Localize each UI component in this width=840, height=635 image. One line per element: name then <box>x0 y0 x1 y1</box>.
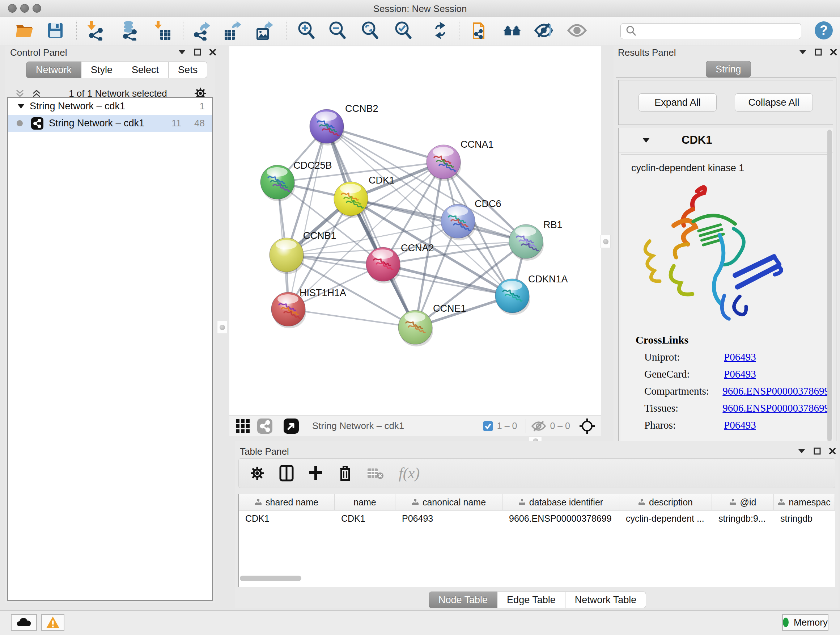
toolbar-separator <box>526 419 526 433</box>
right-splitter-handle[interactable] <box>600 235 611 248</box>
hidden-eye-icon[interactable] <box>531 420 546 432</box>
memory-button[interactable]: Memory <box>782 614 829 631</box>
node-label-CCNA2: CCNA2 <box>401 242 434 253</box>
table-panel: Table Panel f(x) shared namenamecanonica… <box>235 441 838 608</box>
delete-column-icon[interactable] <box>338 465 352 481</box>
string-view-icon[interactable] <box>257 418 273 434</box>
table-toolbar: f(x) <box>238 458 835 488</box>
hide-results-panel-icon[interactable] <box>533 20 554 41</box>
tab-node-table[interactable]: Node Table <box>429 592 497 608</box>
tab-network-table[interactable]: Network Table <box>565 592 646 608</box>
import-table-from-file-button[interactable] <box>150 20 172 41</box>
fit-selected-crosshair-icon[interactable] <box>579 418 595 434</box>
tab-string[interactable]: String <box>706 61 751 78</box>
string-home-icon[interactable] <box>502 20 523 41</box>
help-button[interactable]: ? <box>813 20 834 41</box>
column-header-canonical-name[interactable]: canonical name <box>395 494 502 510</box>
network-node-CCNA1[interactable]: CCNA1 <box>426 139 494 181</box>
refresh-network-button[interactable] <box>430 20 451 41</box>
show-eye-icon[interactable] <box>567 20 587 41</box>
export-image-button[interactable] <box>254 20 275 41</box>
network-edge-CCNB2-HIST1H1A[interactable] <box>288 126 327 309</box>
collection-expander-icon[interactable] <box>17 103 25 109</box>
crosslink-row: Compartments:9606.ENSP00000378699 <box>644 385 829 397</box>
table-cell: 9606.ENSP00000378699 <box>502 510 619 526</box>
selected-checkbox-icon[interactable] <box>483 421 493 432</box>
network-row[interactable]: String Network – cdk1 11 48 <box>8 115 212 132</box>
network-node-CCNE1[interactable]: CCNE1 <box>398 303 466 347</box>
network-node-HIST1H1A[interactable]: HIST1H1A <box>271 287 346 328</box>
open-string-file-button[interactable] <box>470 20 491 41</box>
show-columns-icon[interactable] <box>279 465 294 481</box>
tab-edge-table[interactable]: Edge Table <box>497 592 565 608</box>
column-network-icon <box>729 499 737 505</box>
gene-expander-icon[interactable] <box>642 137 651 143</box>
network-edge-HIST1H1A-CCNE1[interactable] <box>288 309 415 327</box>
toolbar-separator <box>183 21 183 40</box>
tab-sets[interactable]: Sets <box>169 62 207 78</box>
crosslink-row: GeneCard:P06493 <box>644 368 829 380</box>
table-panel-maximize-icon[interactable] <box>813 448 821 455</box>
results-scrollbar[interactable] <box>827 130 832 458</box>
results-panel-float-icon[interactable] <box>799 49 807 55</box>
crosslink-value-link[interactable]: 9606.ENSP00000378699 <box>722 385 829 397</box>
column-network-icon <box>412 499 419 505</box>
collapse-all-button[interactable]: Collapse All <box>735 93 813 111</box>
warning-status-button[interactable] <box>41 614 65 631</box>
network-view-toolbar: String Network – cdk1 1 – 0 0 – 0 <box>229 416 601 436</box>
crosslinks-list: Uniprot:P06493GeneCard:P06493Compartment… <box>621 351 829 431</box>
table-horizontal-scrollbar[interactable] <box>240 576 302 581</box>
add-column-icon[interactable] <box>308 466 324 481</box>
table-row[interactable]: CDK1CDK1P064939606.ENSP00000378699cyclin… <box>239 510 835 526</box>
column-header-database-identifier[interactable]: database identifier <box>502 494 619 510</box>
table-panel-close-icon[interactable] <box>829 448 836 455</box>
results-panel-close-icon[interactable] <box>830 49 837 56</box>
network-canvas[interactable]: CCNB2CCNA1CDC25BCDK1CDC6RB1CCNB1CCNA2CDK… <box>229 46 601 415</box>
table-options-gear-icon[interactable] <box>249 466 265 481</box>
import-network-from-database-button[interactable] <box>118 20 140 41</box>
node-label-CDK1: CDK1 <box>369 175 395 186</box>
network-node-CDKN1A[interactable]: CDKN1A <box>495 274 568 315</box>
crosslink-value-link[interactable]: P06493 <box>724 351 756 363</box>
control-panel-maximize-icon[interactable] <box>194 49 201 56</box>
expand-all-button[interactable]: Expand All <box>638 93 717 111</box>
left-splitter-handle[interactable] <box>217 321 227 334</box>
network-node-RB1[interactable]: RB1 <box>509 219 562 261</box>
crosslink-value-link[interactable]: P06493 <box>724 419 756 431</box>
grid-view-icon[interactable] <box>235 418 250 434</box>
zoom-in-button[interactable] <box>296 20 317 41</box>
zoom-out-button[interactable] <box>327 20 348 41</box>
save-session-button[interactable] <box>45 20 66 41</box>
zoom-selected-button[interactable] <box>393 20 414 41</box>
zoom-fit-content-button[interactable] <box>360 20 381 41</box>
column-header-shared-name[interactable]: shared name <box>239 494 335 510</box>
export-network-button[interactable] <box>191 20 212 41</box>
crosslink-value-link[interactable]: P06493 <box>724 368 756 380</box>
column-header-description[interactable]: description <box>619 494 712 510</box>
open-session-button[interactable] <box>14 20 35 41</box>
results-panel-maximize-icon[interactable] <box>815 49 822 56</box>
network-view-title: String Network – cdk1 <box>312 420 483 432</box>
network-label: String Network – cdk1 <box>49 118 144 129</box>
control-panel-float-icon[interactable] <box>178 49 186 55</box>
network-node-CDC25B[interactable]: CDC25B <box>261 160 332 201</box>
control-panel-close-icon[interactable] <box>209 49 216 56</box>
column-header-name[interactable]: name <box>335 494 395 510</box>
search-input[interactable] <box>621 23 801 39</box>
search-icon <box>625 25 638 37</box>
import-network-from-file-button[interactable] <box>85 20 106 41</box>
crosslink-label: Uniprot: <box>644 351 724 363</box>
network-collection-row[interactable]: String Network – cdk1 1 <box>8 98 212 115</box>
crosslink-value-link[interactable]: 9606.ENSP00000378699 <box>722 402 829 414</box>
tab-select[interactable]: Select <box>122 62 169 78</box>
cloud-status-button[interactable] <box>11 614 37 631</box>
tab-style[interactable]: Style <box>81 62 122 78</box>
table-panel-float-icon[interactable] <box>798 448 806 454</box>
birds-eye-view-icon[interactable] <box>283 418 299 434</box>
status-bar: Memory <box>0 610 840 635</box>
tab-network[interactable]: Network <box>26 62 81 78</box>
column-header-namespac[interactable]: namespac <box>774 494 835 510</box>
export-table-button[interactable] <box>222 20 243 41</box>
column-header-@id[interactable]: @id <box>712 494 774 510</box>
node-table[interactable]: shared namenamecanonical namedatabase id… <box>238 494 835 587</box>
